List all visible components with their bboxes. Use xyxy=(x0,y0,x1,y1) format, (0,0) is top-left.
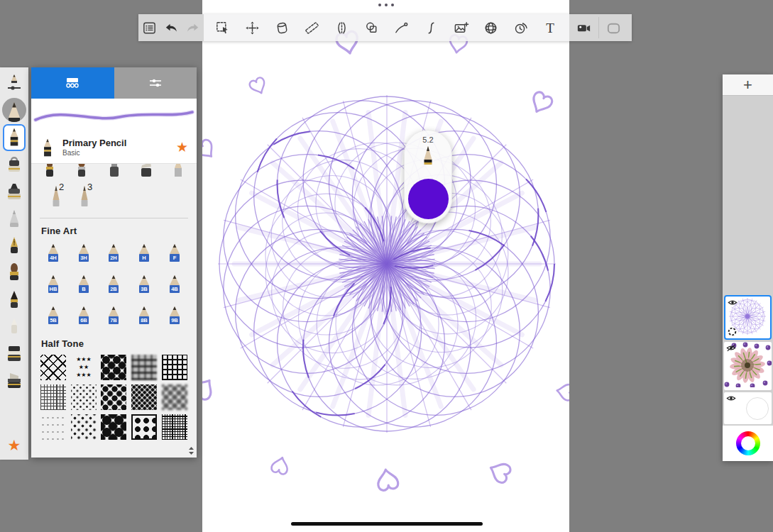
background-visibility-eye-icon[interactable] xyxy=(726,394,736,402)
tab-brush-settings[interactable] xyxy=(114,67,197,99)
halftone-dots-framed[interactable] xyxy=(131,414,157,440)
brush-partial-icon[interactable] xyxy=(107,164,121,179)
halftone-crosshatch-x[interactable] xyxy=(40,355,66,380)
layer-1-visibility-eye-icon[interactable] xyxy=(728,299,738,306)
tool-chisel-marker[interactable] xyxy=(2,179,26,205)
tool-ink-pen[interactable] xyxy=(2,233,26,259)
brush-partial-icon[interactable] xyxy=(43,164,57,179)
text-tool-button[interactable]: T xyxy=(539,17,561,38)
color-wheel[interactable] xyxy=(736,431,760,455)
layers-empty-space xyxy=(723,96,773,294)
tool-bullet-pencil[interactable] xyxy=(2,287,26,313)
layer-1-card[interactable] xyxy=(724,295,772,340)
brush-pencil-F[interactable]: F xyxy=(159,240,190,269)
fill-tool-button[interactable] xyxy=(272,17,293,38)
svg-text:6B: 6B xyxy=(80,317,87,323)
layer-2-card[interactable] xyxy=(724,342,772,390)
text-tool-icon: T xyxy=(546,21,554,35)
halftone-dots-tiny[interactable] xyxy=(40,414,66,440)
time-lapse-button[interactable] xyxy=(510,17,531,38)
brush-settings-button[interactable] xyxy=(2,70,26,96)
brush-pencil-7B[interactable]: 7B xyxy=(99,303,129,331)
halftone-dots-sparse[interactable] xyxy=(71,384,97,410)
brush-pencil-3H[interactable]: 3H xyxy=(69,240,99,269)
brush-pencil-B[interactable]: B xyxy=(69,272,99,300)
brush-pencil-9B[interactable]: 9B xyxy=(159,303,190,331)
halftone-dots-blur[interactable] xyxy=(162,384,187,410)
tool-marker[interactable] xyxy=(2,153,26,178)
brush-color-swatch[interactable] xyxy=(408,179,449,219)
brush-pencil-8B[interactable]: 8B xyxy=(129,303,160,331)
background-color-swatch[interactable] xyxy=(746,397,769,420)
brush-puck[interactable]: 5.2 xyxy=(404,130,452,223)
selection-tool-button[interactable] xyxy=(212,17,234,38)
menu-button[interactable] xyxy=(139,17,160,38)
svg-text:9B: 9B xyxy=(171,317,178,323)
tool-pencil-selected[interactable] xyxy=(3,124,26,151)
halftone-grid-bold[interactable] xyxy=(162,355,187,380)
favorites-star-button[interactable]: ★ xyxy=(8,438,21,453)
brush-pencil-3[interactable]: 3 xyxy=(78,184,91,211)
brush-partial-icon[interactable] xyxy=(75,164,89,179)
drawing-canvas[interactable] xyxy=(202,0,569,532)
brush-pencil-HB[interactable]: HB xyxy=(38,272,69,300)
perspective-tool-button[interactable] xyxy=(480,17,501,38)
tool-broad-marker[interactable] xyxy=(2,368,26,394)
current-brush-row[interactable]: Primary Pencil Basic ★ xyxy=(31,131,197,164)
halftone-grid-fine[interactable] xyxy=(40,384,66,410)
undo-button[interactable] xyxy=(160,17,182,38)
brush-pencil-3B[interactable]: 3B xyxy=(129,272,160,300)
brush-pencil-4B[interactable]: 4B xyxy=(159,272,190,300)
predictive-stroke-button[interactable] xyxy=(390,17,412,38)
brush-pencil-5B[interactable]: 5B xyxy=(38,303,69,331)
brush-library-panel: Primary Pencil Basic ★ 2 3 Fine Art 4H xyxy=(31,67,197,458)
halftone-dots-dense[interactable] xyxy=(131,384,157,410)
brush-pencil-4H[interactable]: 4H xyxy=(38,240,69,269)
brush-category: Basic xyxy=(62,149,126,157)
fullscreen-button[interactable] xyxy=(598,17,628,38)
transform-icon xyxy=(244,20,261,36)
brush-pencil-2[interactable]: 2 xyxy=(50,184,62,211)
shapes-tool-button[interactable] xyxy=(361,17,383,38)
brush-partial-icon[interactable] xyxy=(171,164,185,179)
active-brush-preview[interactable] xyxy=(2,97,26,123)
add-layer-button[interactable]: + xyxy=(723,74,773,96)
tool-airbrush[interactable] xyxy=(2,206,26,232)
transform-tool-button[interactable] xyxy=(242,17,263,38)
steady-stroke-button[interactable] xyxy=(420,17,442,38)
halftone-dots-xl[interactable] xyxy=(101,414,126,440)
tool-round-brush[interactable] xyxy=(2,260,26,286)
halftone-stars[interactable] xyxy=(71,355,97,380)
brush-pencil-6B[interactable]: 6B xyxy=(69,303,99,331)
background-layer-card[interactable] xyxy=(724,392,772,424)
svg-text:HB: HB xyxy=(50,286,57,292)
tab-brush-library[interactable] xyxy=(31,67,114,99)
brush-partial-icon[interactable] xyxy=(139,164,153,179)
numbered-pencils-row: 2 3 xyxy=(38,181,190,215)
halftone-dots-medium[interactable] xyxy=(71,414,97,440)
camera-button[interactable] xyxy=(573,17,594,38)
svg-text:8B: 8B xyxy=(141,317,148,323)
section-title-half-tone: Half Tone xyxy=(38,331,190,353)
panel-resize-handle[interactable] xyxy=(188,447,194,456)
ink-pen-icon xyxy=(5,235,23,257)
layer-2-visibility-eye-off-icon[interactable] xyxy=(726,344,736,352)
svg-text:B: B xyxy=(82,286,86,292)
brush-pencil-2B[interactable]: 2B xyxy=(99,272,129,300)
brush-pencil-2H[interactable]: 2H xyxy=(99,240,129,269)
halftone-plaid-blur[interactable] xyxy=(131,355,157,380)
brush-list-scroll-area[interactable]: 2 3 Fine Art 4H 3H 2H H F HB B 2B 3B 4B … xyxy=(31,164,197,458)
layer-1-options-icon[interactable] xyxy=(728,327,737,336)
halftone-dots-large[interactable] xyxy=(101,355,126,380)
redo-button[interactable] xyxy=(182,17,204,38)
toolbar-pull-handle[interactable] xyxy=(378,4,394,6)
import-image-button[interactable] xyxy=(450,17,471,38)
tool-pastel[interactable] xyxy=(2,314,26,340)
brush-pencil-H[interactable]: H xyxy=(129,240,160,269)
tool-flat-marker[interactable] xyxy=(2,341,26,367)
symmetry-tool-button[interactable] xyxy=(331,17,353,38)
halftone-dots-offset[interactable] xyxy=(101,384,126,410)
brush-favorite-star[interactable]: ★ xyxy=(176,140,188,154)
halftone-maze[interactable] xyxy=(162,414,187,440)
guides-tool-button[interactable] xyxy=(302,17,323,38)
